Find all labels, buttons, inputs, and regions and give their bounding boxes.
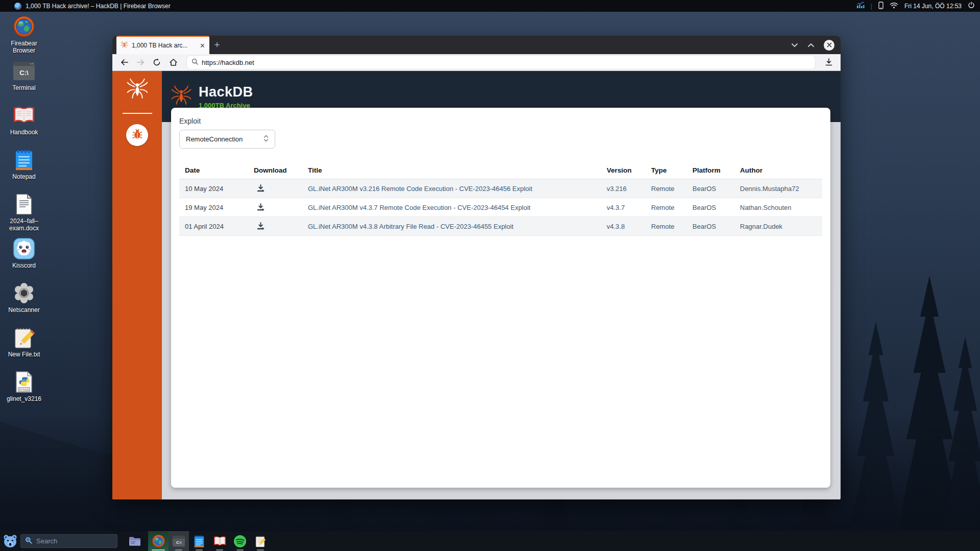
taskbar-app-terminal[interactable]: C:\: [169, 531, 189, 551]
exploit-type-select[interactable]: RemoteConnection: [179, 130, 275, 149]
tab-title: 1,000 TB Hack arc...: [132, 42, 196, 49]
stats-chart-icon[interactable]: [856, 2, 865, 10]
col-header-author: Author: [734, 166, 822, 174]
desktop-icon-netscanner[interactable]: Netscanner: [2, 281, 46, 326]
cell-date: 10 May 2024: [179, 185, 248, 193]
document-icon: [12, 193, 36, 216]
desktop-icon-label: glinet_v3216: [7, 395, 41, 402]
desktop-icon-notepad[interactable]: Notepad: [2, 148, 46, 193]
running-indicator: [257, 549, 264, 550]
forward-icon[interactable]: [134, 56, 147, 69]
page-viewport: HackDB 1.000TB Archive Exploit RemoteCon…: [112, 71, 841, 499]
downloads-icon[interactable]: [822, 56, 835, 69]
cell-version: v4.3.8: [601, 223, 646, 230]
select-value: RemoteConnection: [186, 135, 264, 143]
exploit-title-link[interactable]: GL.iNet AR300M v4.3.7 Remote Code Execut…: [302, 204, 601, 211]
taskbar: C:\: [0, 531, 980, 551]
close-icon[interactable]: [824, 40, 834, 51]
search-icon: [25, 537, 32, 546]
desktop-icon-label: 2024–fall–exam.docx: [2, 218, 46, 232]
taskbar-app-handbook[interactable]: [209, 531, 230, 551]
handbook-icon: [12, 104, 36, 127]
phone-icon[interactable]: [878, 2, 883, 11]
start-menu-bear-icon[interactable]: [0, 534, 20, 548]
tab-close-icon[interactable]: ✕: [200, 42, 205, 49]
firebear-globe-icon: [12, 15, 36, 38]
site-main: HackDB 1.000TB Archive Exploit RemoteCon…: [162, 71, 841, 499]
power-icon[interactable]: [968, 2, 975, 10]
clock-label[interactable]: Fri 14 Jun, ÖÖ 12:53: [904, 3, 962, 10]
download-icon[interactable]: [248, 203, 302, 211]
table-row: 19 May 2024 GL.iNet AR300M v4.3.7 Remote…: [179, 198, 822, 217]
home-icon[interactable]: [166, 56, 180, 69]
table-header-row: Date Download Title Version Type Platfor…: [179, 162, 822, 179]
new-tab-button[interactable]: +: [209, 36, 225, 54]
url-bar[interactable]: [187, 56, 815, 69]
col-header-version: Version: [601, 166, 646, 174]
desktop-icon-label: Netscanner: [8, 306, 39, 314]
col-header-platform: Platform: [687, 166, 734, 174]
spider-logo-icon: [126, 78, 149, 102]
taskbar-app-firebear-browser[interactable]: [148, 531, 169, 551]
back-icon[interactable]: [117, 56, 131, 69]
chevron-down-icon[interactable]: [791, 43, 798, 47]
cell-author: Ragnar.Dudek: [734, 223, 822, 230]
desktop-icon-kisscord[interactable]: Kisscord: [2, 237, 46, 281]
search-icon: [192, 58, 198, 67]
cell-platform: BearOS: [687, 204, 734, 211]
browser-toolbar: [112, 54, 841, 71]
content-card: Exploit RemoteConnection Date Download T…: [171, 108, 830, 488]
url-input[interactable]: [202, 59, 810, 66]
desktop-icon-label: New File.txt: [8, 351, 40, 358]
desktop-icon-glinet-python[interactable]: PYTHON glinet_v3216: [2, 370, 46, 415]
running-indicator: [175, 549, 182, 550]
running-indicator: [196, 549, 203, 550]
terminal-icon: C:\: [12, 59, 36, 83]
cell-type: Remote: [646, 204, 687, 211]
active-window-title: 1,000 TB Hack archive! – HackDB | Firebe…: [26, 3, 171, 10]
browser-tab[interactable]: 1,000 TB Hack arc... ✕: [116, 36, 209, 54]
taskbar-app-notepad[interactable]: [189, 531, 209, 551]
browser-titlebar[interactable]: 1,000 TB Hack arc... ✕ +: [112, 36, 841, 54]
chevron-up-icon[interactable]: [807, 43, 815, 47]
desktop-icon-exam-docx[interactable]: 2024–fall–exam.docx: [2, 193, 46, 237]
spider-logo-icon: [171, 85, 192, 108]
desktop-icon-fireabear-browser[interactable]: Fireabear Browser: [2, 15, 46, 59]
chevron-updown-icon: [264, 135, 269, 144]
taskbar-search[interactable]: [20, 534, 117, 548]
bug-icon: [132, 129, 143, 142]
netscanner-gear-icon: [12, 281, 36, 305]
exploit-title-link[interactable]: GL.iNet AR300M v4.3.8 Arbitrary File Rea…: [302, 223, 601, 230]
site-sidebar: [112, 71, 162, 499]
exploit-title-link[interactable]: GL.iNet AR300M v3.216 Remote Code Execut…: [302, 185, 601, 193]
table-row: 10 May 2024 GL.iNet AR300M v3.216 Remote…: [179, 179, 822, 198]
taskbar-search-input[interactable]: [36, 537, 108, 545]
col-header-date: Date: [179, 166, 248, 174]
cell-author: Dennis.Mustapha72: [734, 185, 822, 193]
wifi-icon[interactable]: [890, 2, 898, 10]
notes-pencil-icon: [12, 326, 36, 349]
page-title: HackDB: [199, 84, 253, 100]
cell-platform: BearOS: [687, 223, 734, 230]
top-menubar: 1,000 TB Hack archive! – HackDB | Firebe…: [0, 0, 980, 12]
desktop-icon-handbook[interactable]: Handbook: [2, 104, 46, 148]
file-manager-icon[interactable]: [126, 536, 144, 546]
taskbar-app-notes[interactable]: [250, 531, 271, 551]
sidebar-item-exploits[interactable]: [126, 124, 148, 146]
desktop-icon-terminal[interactable]: C:\ Terminal: [2, 59, 46, 104]
download-icon[interactable]: [248, 184, 302, 193]
terminal-label: C:\: [176, 540, 182, 544]
running-indicator: [152, 549, 165, 550]
desktop-icon-label: Terminal: [12, 84, 35, 91]
desktop-icons: Fireabear Browser C:\ Terminal Handbook …: [2, 15, 46, 415]
download-icon[interactable]: [248, 222, 302, 230]
cell-version: v3.216: [601, 185, 646, 193]
cell-date: 19 May 2024: [179, 204, 248, 211]
cell-type: Remote: [646, 185, 687, 193]
desktop-icon-new-file[interactable]: New File.txt: [2, 326, 46, 370]
cell-version: v4.3.7: [601, 204, 646, 211]
browser-window: 1,000 TB Hack arc... ✕ +: [112, 36, 841, 500]
reload-icon[interactable]: [150, 56, 163, 69]
taskbar-app-spotify[interactable]: [230, 531, 250, 551]
cell-author: Nathan.Schouten: [734, 204, 822, 211]
